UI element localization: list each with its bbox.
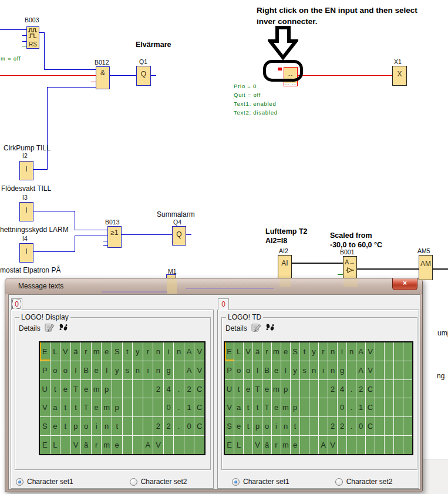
lcd-cell[interactable] [319,417,328,435]
lcd-cell[interactable]: S [225,417,234,435]
lcd-cell[interactable] [143,398,154,416]
lcd-cell[interactable] [244,436,253,454]
lcd-cell[interactable]: i [272,417,281,435]
lcd-cell[interactable]: 2 [328,417,338,435]
lcd-cell[interactable]: p [291,398,300,416]
lcd-cell[interactable]: C [366,380,375,398]
lcd-cell[interactable]: 0 [338,398,347,416]
lcd-cell[interactable] [309,380,319,398]
lcd-cell[interactable]: 4 [338,380,347,398]
lcd-cell[interactable]: 0 [356,417,366,435]
lcd-cell[interactable]: t [112,417,123,435]
special-characters-icon[interactable] [59,323,68,334]
special-characters-icon[interactable] [265,323,275,334]
lcd-cell[interactable]: m [92,380,102,398]
lcd-cell[interactable] [309,436,319,454]
lcd-cell[interactable]: C [366,398,375,416]
lcd-cell[interactable]: e [272,398,281,416]
lcd-cell[interactable]: E [225,342,234,361]
lcd-cell[interactable]: A [356,361,366,379]
lcd-cell[interactable]: A [319,436,328,454]
lcd-cell[interactable]: i [338,342,347,361]
lcd-cell[interactable]: e [112,436,123,454]
lcd-cell[interactable]: V [253,436,262,454]
lcd-cell[interactable]: C [194,417,204,435]
lcd-cell[interactable] [319,398,328,416]
lcd-cell[interactable] [347,436,356,454]
lcd-cell[interactable] [385,417,394,435]
lcd-cell[interactable] [309,398,319,416]
lcd-cell[interactable]: m [92,342,102,361]
edit-details-icon[interactable] [251,323,261,334]
lcd-cell[interactable]: n [309,361,319,379]
lcd-cell[interactable]: l [281,361,291,379]
lcd-cell[interactable]: 2 [356,380,366,398]
lcd-cell[interactable]: e [234,417,244,435]
lcd-cell[interactable]: A [184,342,195,361]
lcd-cell[interactable]: n [328,361,338,379]
lcd-cell[interactable]: E [40,342,50,361]
block-q4[interactable]: Q [172,226,186,246]
lcd-cell[interactable]: . [174,417,184,435]
lcd-cell[interactable]: V [40,398,50,416]
lcd-cell[interactable]: o [262,417,272,435]
lcd-cell[interactable]: p [281,380,291,398]
lcd-cell[interactable] [375,398,385,416]
edit-details-icon[interactable] [45,323,55,334]
lcd-cell[interactable] [300,398,309,416]
lcd-cell[interactable] [375,436,385,454]
lcd-cell[interactable]: U [225,380,234,398]
lcd-cell[interactable]: e [81,380,92,398]
lcd-cell[interactable]: C [366,417,375,435]
lcd-cell[interactable]: 2 [184,380,195,398]
lcd-cell[interactable] [356,436,366,454]
lcd-cell[interactable]: n [153,361,164,379]
lcd-cell[interactable]: e [92,361,102,379]
lcd-cell[interactable]: L [234,436,244,454]
lcd-cell[interactable]: V [366,361,375,379]
lcd-cell[interactable] [385,361,394,379]
lcd-cell[interactable] [300,380,309,398]
lcd-cell[interactable] [133,417,143,435]
lcd-cell[interactable]: V [225,398,234,416]
lcd-cell[interactable] [153,398,164,416]
lcd-cell[interactable]: L [234,342,244,361]
lcd-cell[interactable]: o [234,361,244,379]
lcd-cell[interactable]: . [174,398,184,416]
lcd-cell[interactable] [385,398,394,416]
lcd-cell[interactable]: t [234,380,244,398]
lcd-cell[interactable]: S [40,417,50,435]
lcd-cell[interactable]: V [244,342,253,361]
lcd-cell[interactable]: y [291,361,300,379]
lcd-cell[interactable]: 2 [328,380,338,398]
lcd-cell[interactable]: a [50,398,61,416]
lcd-cell[interactable]: e [92,398,102,416]
lcd-cell[interactable]: m [281,436,291,454]
lcd-cell[interactable] [194,436,204,454]
close-button[interactable]: × [392,278,417,290]
lcd-cell[interactable]: m [272,342,281,361]
lcd-cell[interactable]: ä [253,342,262,361]
lcd-cell[interactable]: 2 [164,417,174,435]
lcd-cell[interactable]: E [40,436,50,454]
lcd-cell[interactable]: C [194,398,204,416]
lcd-cell[interactable]: r [262,342,272,361]
lcd-cell[interactable]: t [50,380,61,398]
block-i3[interactable]: I [19,202,33,221]
lcd-cell[interactable]: i [164,342,174,361]
lcd-cell[interactable]: 1 [184,398,195,416]
lcd-cell[interactable] [385,342,394,361]
lcd-cell[interactable]: S [112,342,123,361]
lcd-cell[interactable]: . [347,417,356,435]
lcd-cell[interactable]: l [102,361,112,379]
lcd-cell[interactable]: ä [71,342,82,361]
lcd-cell[interactable]: E [225,436,234,454]
lcd-cell[interactable]: P [40,361,50,379]
lcd-cell[interactable]: n [133,361,143,379]
lcd-cell[interactable] [403,380,412,398]
lcd-cell[interactable] [394,380,403,398]
lcd-cell[interactable]: m [102,436,112,454]
lcd-cell[interactable]: V [71,436,82,454]
lcd-cell[interactable]: l [253,361,262,379]
lcd-cell[interactable]: r [92,436,102,454]
